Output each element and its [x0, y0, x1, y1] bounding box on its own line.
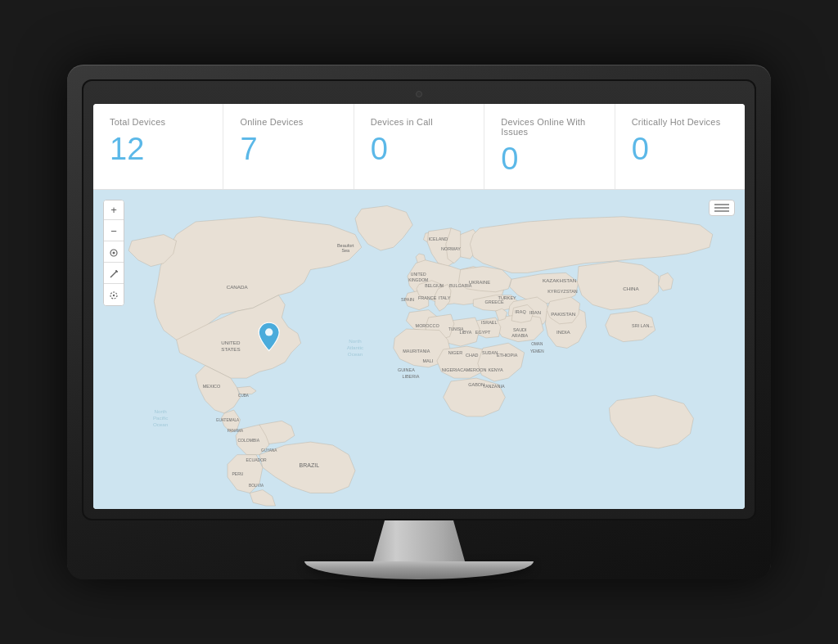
svg-text:YEMEN: YEMEN [530, 349, 544, 354]
svg-text:UKRAINE: UKRAINE [469, 280, 490, 285]
svg-text:ISRAEL: ISRAEL [481, 320, 497, 325]
svg-text:KENYA: KENYA [489, 367, 503, 372]
svg-text:UNITED: UNITED [411, 272, 426, 277]
svg-text:SUDAN: SUDAN [482, 350, 498, 355]
select-button[interactable] [104, 286, 124, 305]
svg-text:CHINA: CHINA [623, 286, 639, 291]
svg-text:MEXICO: MEXICO [203, 384, 221, 389]
svg-text:CHAD: CHAD [466, 353, 479, 358]
stat-value-devices-in-call: 0 [371, 133, 467, 164]
svg-text:MAURITANIA: MAURITANIA [403, 349, 430, 354]
monitor-stand-neck [362, 520, 476, 561]
stat-value-online-devices: 7 [240, 133, 336, 164]
svg-line-2 [110, 271, 117, 277]
stat-label-devices-in-call: Devices in Call [371, 117, 467, 127]
svg-text:Beaufort: Beaufort [337, 243, 354, 248]
stat-card-total-devices: Total Devices12 [93, 104, 223, 189]
svg-text:ARABIA: ARABIA [511, 333, 528, 338]
svg-text:BELGIUM: BELGIUM [425, 283, 444, 288]
svg-text:FRANCE: FRANCE [418, 295, 437, 300]
stat-card-devices-in-call: Devices in Call0 [354, 104, 484, 189]
svg-text:KINGDOM: KINGDOM [408, 277, 428, 282]
svg-text:GUINEA: GUINEA [398, 367, 415, 372]
monitor-outer: Total Devices12Online Devices7Devices in… [67, 65, 771, 579]
monitor-bezel: Total Devices12Online Devices7Devices in… [82, 79, 756, 520]
svg-point-1 [113, 251, 115, 254]
svg-text:North: North [349, 338, 362, 344]
svg-text:ECUADOR: ECUADOR [246, 457, 267, 462]
svg-text:MOROCCO: MOROCCO [416, 323, 439, 328]
map-controls: + − [103, 200, 124, 306]
svg-text:COLOMBIA: COLOMBIA [237, 438, 259, 443]
svg-text:TANZANIA: TANZANIA [483, 384, 505, 389]
svg-text:IRAN: IRAN [529, 310, 541, 315]
stats-bar: Total Devices12Online Devices7Devices in… [93, 104, 745, 190]
stat-value-devices-with-issues: 0 [501, 143, 597, 174]
stat-label-devices-with-issues: Devices Online With Issues [501, 117, 597, 137]
svg-text:SAUDI: SAUDI [513, 327, 527, 332]
stat-label-online-devices: Online Devices [240, 117, 336, 127]
svg-text:Pacific: Pacific [153, 415, 168, 421]
svg-text:CUBA: CUBA [238, 394, 250, 399]
svg-text:NIGERIA: NIGERIA [442, 367, 461, 372]
screen: Total Devices12Online Devices7Devices in… [93, 104, 745, 509]
monitor-stand-base [304, 561, 534, 579]
svg-text:Ocean: Ocean [348, 351, 363, 357]
measure-button[interactable] [104, 264, 124, 284]
stat-card-critically-hot: Critically Hot Devices0 [615, 104, 745, 189]
zoom-out-button[interactable]: − [104, 222, 124, 241]
svg-text:ETHIOPIA: ETHIOPIA [497, 353, 518, 358]
stat-label-critically-hot: Critically Hot Devices [632, 117, 728, 127]
svg-text:OMAN: OMAN [531, 342, 543, 346]
svg-text:Atlantic: Atlantic [347, 345, 363, 350]
svg-text:CAMEROON: CAMEROON [460, 367, 486, 372]
zoom-in-button[interactable]: + [104, 200, 124, 220]
svg-text:MALI: MALI [423, 358, 434, 363]
svg-text:NIGER: NIGER [448, 350, 462, 355]
svg-text:BRAZIL: BRAZIL [300, 462, 320, 468]
svg-text:INDIA: INDIA [556, 329, 570, 335]
svg-text:North: North [154, 408, 167, 414]
svg-text:SPAIN: SPAIN [401, 297, 414, 302]
world-map: CANADA UNITED STATES MEXICO CUBA GUATEMA… [93, 190, 745, 509]
svg-text:BOLIVIA: BOLIVIA [249, 484, 264, 488]
map-container: + − [93, 190, 745, 509]
stat-card-online-devices: Online Devices7 [223, 104, 354, 189]
stat-card-devices-with-issues: Devices Online With Issues0 [484, 104, 615, 189]
svg-text:UNITED: UNITED [221, 340, 241, 345]
svg-text:PANAMA: PANAMA [228, 429, 244, 433]
map-legend-toggle[interactable] [709, 200, 735, 216]
stat-label-total-devices: Total Devices [110, 117, 206, 127]
svg-text:IRAQ: IRAQ [515, 309, 525, 314]
svg-text:CANADA: CANADA [227, 284, 249, 290]
svg-text:ICELAND: ICELAND [429, 236, 448, 241]
svg-text:GUATEMALA: GUATEMALA [216, 418, 240, 422]
svg-text:SRI LAN...: SRI LAN... [632, 323, 653, 328]
svg-text:EGYPT: EGYPT [475, 330, 491, 335]
svg-text:TURKEY: TURKEY [498, 295, 516, 300]
camera [416, 91, 422, 97]
svg-text:GABON: GABON [468, 382, 484, 387]
stat-value-total-devices: 12 [110, 133, 206, 164]
svg-text:PAKISTAN: PAKISTAN [551, 311, 575, 317]
svg-text:Ocean: Ocean [153, 421, 169, 427]
svg-text:LIBYA: LIBYA [459, 330, 471, 335]
svg-text:ITALY: ITALY [439, 295, 451, 300]
svg-point-71 [265, 328, 273, 336]
svg-text:NORWAY: NORWAY [441, 246, 461, 251]
pan-button[interactable] [104, 243, 124, 263]
svg-text:KAZAKHSTAN: KAZAKHSTAN [543, 277, 576, 283]
stat-value-critically-hot: 0 [632, 133, 728, 164]
svg-text:PERU: PERU [232, 471, 243, 476]
svg-text:STATES: STATES [221, 346, 240, 352]
svg-point-6 [113, 295, 115, 296]
svg-text:LIBERIA: LIBERIA [402, 374, 419, 379]
svg-text:KYRGYZSTAN: KYRGYZSTAN [547, 289, 578, 294]
svg-text:Sea: Sea [341, 248, 350, 253]
svg-text:GUYANA: GUYANA [261, 448, 277, 453]
